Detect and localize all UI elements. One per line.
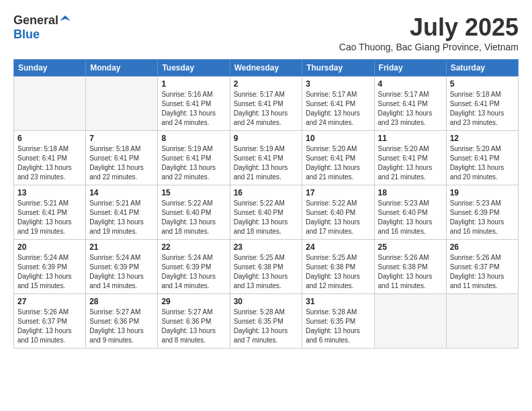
logo-bird-icon — [60, 14, 71, 25]
day-info: Sunrise: 5:27 AM Sunset: 6:36 PM Dayligh… — [89, 308, 154, 345]
day-info: Sunrise: 5:21 AM Sunset: 6:41 PM Dayligh… — [17, 199, 82, 236]
day-number: 11 — [378, 134, 443, 143]
day-number: 22 — [161, 242, 226, 252]
day-number: 18 — [378, 188, 443, 197]
calendar-cell: 26Sunrise: 5:26 AM Sunset: 6:37 PM Dayli… — [446, 240, 518, 294]
day-number: 23 — [234, 242, 299, 252]
day-number: 8 — [161, 134, 226, 143]
day-number: 24 — [306, 242, 370, 252]
day-number: 31 — [306, 297, 370, 306]
day-number: 27 — [17, 297, 82, 306]
calendar-cell: 19Sunrise: 5:23 AM Sunset: 6:39 PM Dayli… — [446, 185, 518, 240]
calendar-cell: 1Sunrise: 5:16 AM Sunset: 6:41 PM Daylig… — [158, 77, 230, 131]
day-number: 30 — [234, 297, 299, 306]
day-info: Sunrise: 5:16 AM Sunset: 6:41 PM Dayligh… — [161, 90, 226, 128]
day-info: Sunrise: 5:17 AM Sunset: 6:41 PM Dayligh… — [234, 90, 299, 128]
day-number: 5 — [450, 79, 515, 89]
day-number: 7 — [89, 134, 154, 143]
calendar-table: SundayMondayTuesdayWednesdayThursdayFrid… — [13, 59, 519, 349]
calendar-cell: 28Sunrise: 5:27 AM Sunset: 6:36 PM Dayli… — [86, 294, 158, 349]
calendar-cell: 5Sunrise: 5:18 AM Sunset: 6:41 PM Daylig… — [446, 77, 518, 131]
calendar-cell — [374, 294, 446, 349]
day-info: Sunrise: 5:21 AM Sunset: 6:41 PM Dayligh… — [89, 199, 154, 236]
calendar-cell — [446, 294, 518, 349]
calendar-cell: 18Sunrise: 5:23 AM Sunset: 6:40 PM Dayli… — [374, 185, 446, 240]
calendar-cell — [14, 77, 86, 131]
day-header-monday: Monday — [86, 60, 158, 77]
day-info: Sunrise: 5:27 AM Sunset: 6:36 PM Dayligh… — [161, 308, 226, 345]
calendar-cell: 29Sunrise: 5:27 AM Sunset: 6:36 PM Dayli… — [158, 294, 230, 349]
logo-general-text: General — [13, 13, 58, 28]
calendar-cell: 11Sunrise: 5:20 AM Sunset: 6:41 PM Dayli… — [374, 131, 446, 185]
header: General Blue July 2025 Cao Thuong, Bac G… — [13, 13, 519, 52]
day-number: 2 — [234, 79, 299, 89]
day-number: 29 — [161, 297, 226, 306]
day-header-friday: Friday — [374, 60, 446, 77]
calendar-cell: 20Sunrise: 5:24 AM Sunset: 6:39 PM Dayli… — [14, 240, 86, 294]
day-number: 4 — [378, 79, 443, 89]
day-header-tuesday: Tuesday — [158, 60, 230, 77]
day-info: Sunrise: 5:22 AM Sunset: 6:40 PM Dayligh… — [306, 199, 370, 236]
day-info: Sunrise: 5:25 AM Sunset: 6:38 PM Dayligh… — [306, 253, 370, 291]
day-number: 19 — [450, 188, 515, 197]
day-info: Sunrise: 5:24 AM Sunset: 6:39 PM Dayligh… — [161, 253, 226, 291]
day-info: Sunrise: 5:28 AM Sunset: 6:35 PM Dayligh… — [234, 308, 299, 345]
day-info: Sunrise: 5:24 AM Sunset: 6:39 PM Dayligh… — [17, 253, 82, 291]
calendar-cell: 13Sunrise: 5:21 AM Sunset: 6:41 PM Dayli… — [14, 185, 86, 240]
day-number: 6 — [17, 134, 82, 143]
day-info: Sunrise: 5:20 AM Sunset: 6:41 PM Dayligh… — [378, 144, 443, 182]
day-info: Sunrise: 5:19 AM Sunset: 6:41 PM Dayligh… — [161, 144, 226, 182]
day-number: 28 — [89, 297, 154, 306]
calendar-cell: 17Sunrise: 5:22 AM Sunset: 6:40 PM Dayli… — [302, 185, 374, 240]
day-info: Sunrise: 5:18 AM Sunset: 6:41 PM Dayligh… — [450, 90, 515, 128]
day-number: 14 — [89, 188, 154, 197]
calendar-cell: 30Sunrise: 5:28 AM Sunset: 6:35 PM Dayli… — [230, 294, 302, 349]
day-info: Sunrise: 5:25 AM Sunset: 6:38 PM Dayligh… — [234, 253, 299, 291]
calendar-cell: 8Sunrise: 5:19 AM Sunset: 6:41 PM Daylig… — [158, 131, 230, 185]
day-number: 12 — [450, 134, 515, 143]
day-info: Sunrise: 5:17 AM Sunset: 6:41 PM Dayligh… — [306, 90, 370, 128]
logo-blue-text: Blue — [13, 28, 40, 41]
svg-marker-0 — [60, 15, 71, 21]
title-area: July 2025 Cao Thuong, Bac Giang Province… — [339, 13, 519, 52]
location-title: Cao Thuong, Bac Giang Province, Vietnam — [339, 42, 519, 52]
day-info: Sunrise: 5:20 AM Sunset: 6:41 PM Dayligh… — [450, 144, 515, 182]
calendar-header-row: SundayMondayTuesdayWednesdayThursdayFrid… — [14, 60, 519, 77]
calendar-cell: 4Sunrise: 5:17 AM Sunset: 6:41 PM Daylig… — [374, 77, 446, 131]
logo: General Blue — [13, 13, 71, 42]
day-info: Sunrise: 5:22 AM Sunset: 6:40 PM Dayligh… — [161, 199, 226, 236]
calendar-cell: 15Sunrise: 5:22 AM Sunset: 6:40 PM Dayli… — [158, 185, 230, 240]
day-header-sunday: Sunday — [14, 60, 86, 77]
day-number: 15 — [161, 188, 226, 197]
calendar-cell: 3Sunrise: 5:17 AM Sunset: 6:41 PM Daylig… — [302, 77, 374, 131]
day-header-thursday: Thursday — [302, 60, 374, 77]
day-info: Sunrise: 5:23 AM Sunset: 6:39 PM Dayligh… — [450, 199, 515, 236]
day-info: Sunrise: 5:17 AM Sunset: 6:41 PM Dayligh… — [378, 90, 443, 128]
day-info: Sunrise: 5:18 AM Sunset: 6:41 PM Dayligh… — [17, 144, 82, 182]
calendar-cell: 27Sunrise: 5:26 AM Sunset: 6:37 PM Dayli… — [14, 294, 86, 349]
day-number: 1 — [161, 79, 226, 89]
calendar-body: 1Sunrise: 5:16 AM Sunset: 6:41 PM Daylig… — [14, 77, 519, 349]
week-row-2: 6Sunrise: 5:18 AM Sunset: 6:41 PM Daylig… — [14, 131, 519, 185]
calendar-cell: 21Sunrise: 5:24 AM Sunset: 6:39 PM Dayli… — [86, 240, 158, 294]
day-info: Sunrise: 5:23 AM Sunset: 6:40 PM Dayligh… — [378, 199, 443, 236]
calendar-cell: 10Sunrise: 5:20 AM Sunset: 6:41 PM Dayli… — [302, 131, 374, 185]
week-row-4: 20Sunrise: 5:24 AM Sunset: 6:39 PM Dayli… — [14, 240, 519, 294]
calendar-cell: 24Sunrise: 5:25 AM Sunset: 6:38 PM Dayli… — [302, 240, 374, 294]
day-info: Sunrise: 5:24 AM Sunset: 6:39 PM Dayligh… — [89, 253, 154, 291]
day-number: 25 — [378, 242, 443, 252]
calendar-cell: 6Sunrise: 5:18 AM Sunset: 6:41 PM Daylig… — [14, 131, 86, 185]
day-number: 26 — [450, 242, 515, 252]
calendar-cell: 31Sunrise: 5:28 AM Sunset: 6:35 PM Dayli… — [302, 294, 374, 349]
week-row-3: 13Sunrise: 5:21 AM Sunset: 6:41 PM Dayli… — [14, 185, 519, 240]
day-number: 16 — [234, 188, 299, 197]
calendar-cell: 14Sunrise: 5:21 AM Sunset: 6:41 PM Dayli… — [86, 185, 158, 240]
calendar-cell: 12Sunrise: 5:20 AM Sunset: 6:41 PM Dayli… — [446, 131, 518, 185]
day-info: Sunrise: 5:19 AM Sunset: 6:41 PM Dayligh… — [234, 144, 299, 182]
calendar-cell: 22Sunrise: 5:24 AM Sunset: 6:39 PM Dayli… — [158, 240, 230, 294]
calendar-cell: 2Sunrise: 5:17 AM Sunset: 6:41 PM Daylig… — [230, 77, 302, 131]
day-number: 17 — [306, 188, 370, 197]
day-info: Sunrise: 5:26 AM Sunset: 6:38 PM Dayligh… — [378, 253, 443, 291]
calendar-cell: 16Sunrise: 5:22 AM Sunset: 6:40 PM Dayli… — [230, 185, 302, 240]
day-number: 3 — [306, 79, 370, 89]
